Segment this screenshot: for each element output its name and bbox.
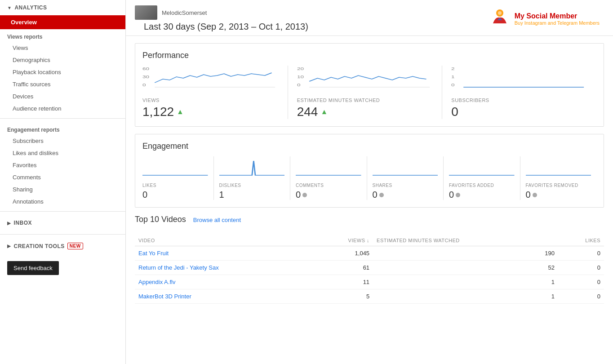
emw-chart: 20 10 0 bbox=[297, 66, 433, 93]
videos-tbody: Eat Yo Fruit 1,045 190 0 Return of the J… bbox=[135, 246, 604, 304]
views-chart: 60 30 0 bbox=[142, 66, 279, 93]
table-row: MakerBot 3D Printer 5 1 0 bbox=[135, 289, 604, 304]
inbox-triangle: ▶ bbox=[7, 221, 11, 226]
logo-text: My Social Member Buy Instagram and Teleg… bbox=[515, 12, 600, 26]
video-title[interactable]: Appendix A.flv bbox=[135, 275, 315, 289]
sidebar-item-traffic[interactable]: Traffic sources bbox=[0, 78, 125, 90]
video-title[interactable]: MakerBot 3D Printer bbox=[135, 289, 315, 304]
engagement-reports-label: Engagement reports bbox=[0, 122, 125, 135]
table-row: Return of the Jedi - Yakety Sax 61 52 0 bbox=[135, 261, 604, 275]
svg-text:2: 2 bbox=[451, 67, 455, 71]
top10-title: Top 10 Videos bbox=[135, 215, 186, 224]
video-link[interactable]: Eat Yo Fruit bbox=[138, 250, 169, 257]
subscribers-value: 0 bbox=[451, 105, 587, 119]
shares-chart bbox=[373, 156, 438, 179]
svg-text:0: 0 bbox=[142, 83, 146, 87]
engagement-section: Engagement LIKES 0 DISLIKES bbox=[135, 134, 604, 208]
views-value: 1,122 ▲ bbox=[142, 105, 279, 119]
video-link[interactable]: MakerBot 3D Printer bbox=[138, 293, 191, 300]
comments-chart bbox=[296, 156, 361, 179]
sidebar-item-annotations[interactable]: Annotations bbox=[0, 195, 125, 208]
table-header: VIDEO VIEWS ↓ ESTIMATED MINUTES WATCHED … bbox=[135, 235, 604, 246]
likes-metric: LIKES 0 bbox=[142, 156, 214, 200]
top10-header: Top 10 Videos Browse all content bbox=[135, 215, 604, 230]
fav-added-label: FAVORITES ADDED bbox=[449, 183, 515, 188]
fav-added-chart bbox=[449, 156, 515, 179]
views-reports-label: Views reports bbox=[0, 29, 125, 42]
svg-point-1 bbox=[498, 11, 502, 15]
sort-arrow: ↓ bbox=[367, 238, 369, 243]
browse-all-link[interactable]: Browse all content bbox=[193, 217, 241, 223]
subscribers-chart: 2 1 0 bbox=[451, 66, 587, 93]
col-emw[interactable]: ESTIMATED MINUTES WATCHED bbox=[373, 235, 558, 246]
fav-added-metric: FAVORITES ADDED 0 bbox=[449, 156, 520, 200]
col-likes: LIKES bbox=[558, 235, 604, 246]
comments-metric: COMMENTS 0 bbox=[296, 156, 367, 200]
sidebar-item-audience[interactable]: Audience retention bbox=[0, 102, 125, 115]
performance-section: Performance 60 30 0 VIEWS 1,122 ▲ bbox=[135, 43, 604, 127]
table-row: Eat Yo Fruit 1,045 190 0 bbox=[135, 246, 604, 261]
sidebar-item-overview[interactable]: Overview bbox=[0, 15, 125, 29]
dislikes-metric: DISLIKES 1 bbox=[219, 156, 291, 200]
col-video: VIDEO bbox=[135, 235, 315, 246]
sidebar-divider-3 bbox=[0, 234, 125, 235]
video-title[interactable]: Eat Yo Fruit bbox=[135, 246, 315, 261]
logo-icon bbox=[489, 8, 511, 30]
svg-text:0: 0 bbox=[297, 83, 301, 87]
sidebar-item-subscribers[interactable]: Subscribers bbox=[0, 135, 125, 147]
sidebar-item-devices[interactable]: Devices bbox=[0, 90, 125, 102]
video-views: 61 bbox=[315, 261, 373, 275]
analytics-header[interactable]: ▼ ANALYTICS bbox=[0, 0, 125, 15]
sidebar-divider-1 bbox=[0, 118, 125, 119]
views-label: VIEWS bbox=[142, 98, 279, 103]
video-views: 1,045 bbox=[315, 246, 373, 261]
fav-removed-chart bbox=[526, 156, 591, 179]
sidebar-item-likes[interactable]: Likes and dislikes bbox=[0, 147, 125, 159]
video-link[interactable]: Appendix A.flv bbox=[138, 279, 175, 285]
video-emw: 52 bbox=[373, 261, 558, 275]
sidebar: ▼ ANALYTICS Overview Views reports Views… bbox=[0, 0, 126, 364]
col-views: VIEWS ↓ bbox=[315, 235, 373, 246]
shares-dot bbox=[379, 193, 384, 197]
table-row: Appendix A.flv 11 1 0 bbox=[135, 275, 604, 289]
sidebar-item-sharing[interactable]: Sharing bbox=[0, 183, 125, 195]
fav-added-value: 0 bbox=[449, 190, 515, 200]
comments-value: 0 bbox=[296, 190, 361, 200]
video-emw: 190 bbox=[373, 246, 558, 261]
emw-metric: 20 10 0 ESTIMATED MINUTES WATCHED 244 ▲ bbox=[297, 66, 443, 119]
subscribers-metric: 2 1 0 SUBSCRIBERS 0 bbox=[451, 66, 596, 119]
sidebar-item-comments[interactable]: Comments bbox=[0, 171, 125, 183]
video-views: 11 bbox=[315, 275, 373, 289]
sidebar-item-demographics[interactable]: Demographics bbox=[0, 54, 125, 66]
video-likes: 0 bbox=[558, 246, 604, 261]
fav-removed-label: FAVORITES REMOVED bbox=[526, 183, 591, 188]
svg-text:30: 30 bbox=[142, 75, 149, 79]
fav-removed-metric: FAVORITES REMOVED 0 bbox=[526, 156, 597, 200]
channel-thumbnail bbox=[135, 5, 157, 20]
video-likes: 0 bbox=[558, 275, 604, 289]
shares-value: 0 bbox=[373, 190, 438, 200]
dislikes-chart bbox=[219, 156, 285, 179]
top10-section: Top 10 Videos Browse all content VIDEO V… bbox=[135, 215, 604, 304]
creation-header[interactable]: ▶ CREATION TOOLS NEW bbox=[0, 238, 125, 254]
sidebar-item-favorites[interactable]: Favorites bbox=[0, 159, 125, 171]
views-metric: 60 30 0 VIEWS 1,122 ▲ bbox=[142, 66, 288, 119]
sidebar-item-playback[interactable]: Playback locations bbox=[0, 66, 125, 78]
send-feedback-button[interactable]: Send feedback bbox=[7, 261, 59, 275]
emw-trend-up: ▲ bbox=[320, 108, 328, 116]
video-views: 5 bbox=[315, 289, 373, 304]
sidebar-item-views[interactable]: Views bbox=[0, 42, 125, 54]
engagement-title: Engagement bbox=[142, 142, 596, 151]
svg-text:1: 1 bbox=[451, 75, 455, 79]
video-title[interactable]: Return of the Jedi - Yakety Sax bbox=[135, 261, 315, 275]
dislikes-label: DISLIKES bbox=[219, 183, 285, 188]
svg-text:20: 20 bbox=[297, 67, 304, 71]
inbox-header[interactable]: ▶ INBOX bbox=[0, 215, 125, 231]
video-link[interactable]: Return of the Jedi - Yakety Sax bbox=[138, 264, 219, 271]
channel-name: MelodicSomerset bbox=[162, 9, 207, 16]
page-header: MelodicSomerset Last 30 days (Sep 2, 201… bbox=[126, 0, 613, 36]
main-content: MelodicSomerset Last 30 days (Sep 2, 201… bbox=[126, 0, 613, 364]
videos-table: VIDEO VIEWS ↓ ESTIMATED MINUTES WATCHED … bbox=[135, 235, 604, 304]
likes-label: LIKES bbox=[142, 183, 208, 188]
logo-area: My Social Member Buy Instagram and Teleg… bbox=[489, 8, 604, 30]
